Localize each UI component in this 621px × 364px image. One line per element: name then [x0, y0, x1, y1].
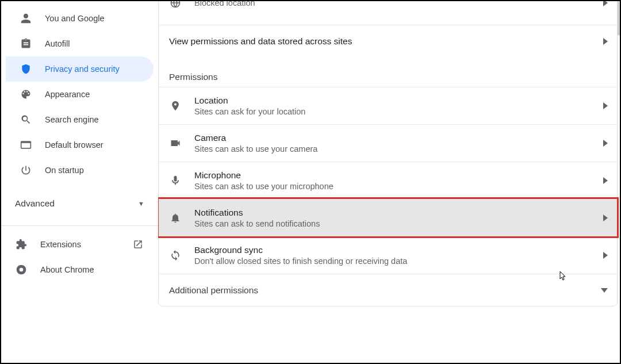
sidebar-item-label: Autofill: [45, 39, 70, 48]
row-title: Location: [194, 95, 603, 106]
settings-content: Blocked location View permissions and da…: [158, 1, 620, 363]
row-subtitle: Sites can ask to use your microphone: [194, 182, 603, 191]
svg-point-1: [20, 268, 24, 272]
permission-row-microphone[interactable]: Microphone Sites can ask to use your mic…: [159, 162, 617, 199]
chevron-right-icon: [603, 38, 608, 45]
additional-permissions-row[interactable]: Additional permissions: [159, 274, 617, 306]
sidebar-about-label: About Chrome: [40, 265, 94, 274]
sidebar-item-label: Search engine: [45, 115, 99, 124]
shield-icon: [20, 63, 32, 75]
view-permissions-row[interactable]: View permissions and data stored across …: [159, 25, 617, 57]
sidebar-item-label: Default browser: [45, 140, 103, 150]
permissions-heading: Permissions: [159, 57, 617, 87]
search-icon: [20, 113, 32, 126]
power-icon: [20, 164, 32, 177]
location-pin-icon: [169, 99, 182, 112]
chevron-right-icon: [603, 102, 608, 109]
sidebar-item-default-browser[interactable]: Default browser: [6, 132, 154, 158]
palette-icon: [20, 88, 32, 101]
sidebar-divider: [1, 225, 158, 226]
permission-row-notifications[interactable]: Notifications Sites can ask to send noti…: [159, 199, 617, 236]
microphone-icon: [169, 174, 182, 187]
bell-icon: [169, 212, 182, 224]
chevron-right-icon: [603, 177, 608, 184]
settings-sidebar: You and Google Autofill Privacy and secu…: [1, 1, 158, 363]
chevron-right-icon: [603, 140, 608, 147]
scrollbar[interactable]: [618, 1, 620, 36]
sidebar-item-privacy-security[interactable]: Privacy and security: [6, 56, 154, 82]
clipboard-icon: [20, 37, 32, 50]
sidebar-item-you-and-google[interactable]: You and Google: [6, 6, 154, 31]
site-row-subtitle: Blocked location: [194, 1, 603, 7]
chevron-right-icon: [603, 1, 608, 6]
chevron-right-icon: [603, 214, 608, 221]
chevron-right-icon: [603, 252, 608, 259]
sidebar-item-autofill[interactable]: Autofill: [6, 31, 154, 56]
row-title: Microphone: [194, 170, 603, 181]
open-external-icon: [132, 238, 144, 251]
row-subtitle: Sites can ask to use your camera: [194, 144, 603, 154]
row-title: Camera: [194, 133, 603, 143]
chevron-down-icon: [601, 288, 608, 293]
permission-row-camera[interactable]: Camera Sites can ask to use your camera: [159, 124, 617, 162]
sidebar-item-label: Appearance: [45, 90, 90, 99]
chevron-down-icon: ▼: [138, 200, 144, 207]
browser-icon: [20, 139, 32, 151]
permission-row-background-sync[interactable]: Background sync Don't allow closed sites…: [159, 236, 617, 274]
row-subtitle: Don't allow closed sites to finish sendi…: [194, 256, 603, 266]
sidebar-advanced-toggle[interactable]: Advanced ▼: [1, 190, 158, 217]
sidebar-item-label: On startup: [45, 166, 84, 175]
sidebar-item-on-startup[interactable]: On startup: [6, 158, 154, 183]
sidebar-item-search-engine[interactable]: Search engine: [6, 107, 154, 132]
sidebar-item-extensions[interactable]: Extensions: [1, 232, 158, 257]
globe-icon: [169, 1, 182, 9]
sidebar-advanced-label: Advanced: [15, 198, 55, 209]
svg-point-2: [171, 1, 180, 7]
person-icon: [20, 12, 32, 25]
permission-row-location[interactable]: Location Sites can ask for your location: [159, 87, 617, 124]
sidebar-item-label: You and Google: [45, 14, 104, 23]
sidebar-item-about-chrome[interactable]: About Chrome: [1, 257, 158, 282]
row-title: View permissions and data stored across …: [169, 36, 603, 47]
chrome-icon: [15, 263, 28, 276]
puzzle-icon: [15, 238, 28, 251]
site-settings-card: Blocked location View permissions and da…: [158, 1, 618, 306]
sidebar-extensions-label: Extensions: [40, 240, 81, 249]
row-subtitle: Sites can ask to send notifications: [194, 219, 603, 228]
camera-icon: [169, 137, 182, 150]
sidebar-item-appearance[interactable]: Appearance: [6, 82, 154, 107]
row-title: Notifications: [194, 208, 603, 218]
sync-icon: [169, 249, 182, 262]
row-subtitle: Sites can ask for your location: [194, 107, 603, 116]
site-row-blocked[interactable]: Blocked location: [159, 1, 617, 25]
row-title: Additional permissions: [169, 285, 601, 296]
sidebar-item-label: Privacy and security: [45, 64, 120, 74]
row-title: Background sync: [194, 245, 603, 255]
